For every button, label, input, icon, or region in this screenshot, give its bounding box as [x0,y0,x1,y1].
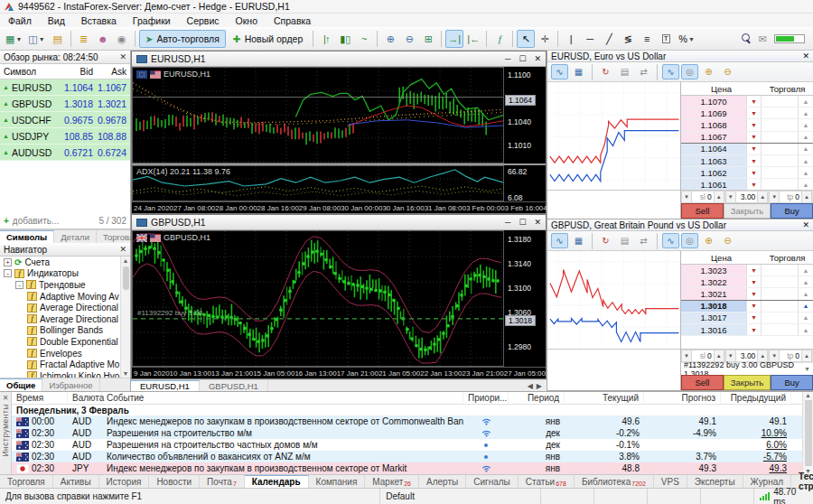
sell-at-price-button[interactable]: ▼ [746,119,762,130]
close-button[interactable]: Закрыть [724,375,771,390]
dom-refresh-icon[interactable]: ↻ [597,64,614,79]
bid-row[interactable]: 1.3017▼▲ [681,313,813,324]
toolbox-tab-9[interactable]: Сигналы [466,475,519,488]
sell-at-price-button[interactable]: ▼ [746,107,762,118]
toolbox-tab-0[interactable]: Торговля [0,475,53,488]
dom-tick-chart-icon[interactable]: ∿ [662,64,679,79]
menu-5[interactable]: Окно [228,15,266,26]
buy-arrow-button[interactable]: ▲ [798,155,813,166]
gbpusd-main-plot[interactable]: GBPUSD,H1 #11392292 buy 3.00 [132,230,504,367]
close-icon[interactable]: ✕ [802,51,809,61]
close-icon[interactable]: ✕ [119,52,126,61]
bid-row[interactable]: 1.3018▼▲ [681,301,813,313]
tab-scroll-left-icon[interactable]: ◀ [528,382,533,390]
ask-row[interactable]: 1.3023▼▲ [681,265,813,276]
dom-chart-mode-icon[interactable]: ∿ [551,64,568,79]
menu-2[interactable]: Вставка [73,15,125,26]
close-icon[interactable]: ✕ [802,220,809,229]
menu-0[interactable]: Файл [0,15,40,26]
chat-icon[interactable]: ✉ [759,33,767,45]
tab-navigator-1[interactable]: Избранное [42,378,99,391]
menu-1[interactable]: Вид [40,15,73,26]
scroll-up-icon[interactable]: ▲ [123,257,129,264]
new-order-button[interactable]: ✚Новый ордер [227,30,309,48]
market-watch-add-row[interactable]: + добавить... 5 / 302 [0,213,130,229]
toolbox-tab-6[interactable]: Компания [309,475,366,488]
data-window-button[interactable]: ▤ [49,30,67,48]
chart-tab-0[interactable]: EURUSD,H1 [131,380,200,391]
buy-arrow-button[interactable]: ▲ [798,324,813,335]
calendar-event-row[interactable]: 02:30AUDРазрешения на строительство м/мд… [12,427,802,439]
tree-item-adaptive-moving-av[interactable]: fAdaptive Moving Av [0,291,130,303]
buy-arrow-button[interactable]: ▲ [798,276,813,287]
tab-market-watch-0[interactable]: Символы [0,230,54,243]
minimize-icon[interactable]: ─ [505,218,510,227]
autoscroll-button[interactable]: →| [445,30,463,48]
tab-scroll-right-icon[interactable]: ▶ [537,382,542,390]
ask-row[interactable]: 1.1070▼▲ [681,96,813,107]
sell-button[interactable]: Sell [681,203,724,219]
toolbox-tab-10[interactable]: Статьи678 [519,475,575,488]
dom-panel-title[interactable]: GBPUSD, Great Britain Pound vs US Dollar… [547,219,813,231]
toolbox-tab-8[interactable]: Алерты [419,475,466,488]
sell-at-price-button[interactable]: ▼ [746,167,762,178]
dom-depth-icon[interactable]: ▤ [616,233,633,248]
bid-row[interactable]: 1.1063▼▲ [681,155,813,167]
tree-item-average-directional[interactable]: fAverage Directional [0,302,130,313]
market-watch-row[interactable]: ▲USDJPY108.85108.88 [0,128,130,145]
collapse-icon[interactable]: - [4,269,12,277]
sell-at-price-button[interactable]: ▼ [746,324,762,335]
buy-button[interactable]: Buy [771,203,813,219]
stepper-up-icon[interactable]: ▲ [714,191,724,203]
menu-3[interactable]: Графики [125,15,179,26]
vline-button[interactable]: | [562,30,580,48]
tab-navigator-0[interactable]: Общие [0,378,42,391]
toolbox-tab-1[interactable]: Активы [53,475,99,488]
chart-tab-1[interactable]: GBPUSD,H1 [200,380,268,391]
menu-6[interactable]: Справка [266,15,319,26]
search-icon[interactable] [741,33,752,44]
dom-transfer-icon[interactable]: ⇄ [635,64,652,79]
buy-button[interactable]: Buy [771,375,813,390]
dom-zoom-in-icon[interactable]: ⊕ [700,233,717,248]
cursor-button[interactable]: ↖ [517,30,535,48]
buy-arrow-button[interactable]: ▲ [798,119,813,130]
buy-arrow-button[interactable]: ▲ [798,179,813,190]
market-watch-row[interactable]: ▲USDCHF0.96750.9678 [0,112,130,128]
crosshair-button[interactable]: ✛ [536,30,554,48]
status-profile[interactable]: Default [380,489,541,504]
ask-row[interactable]: 1.3021▼▲ [681,288,813,300]
buy-arrow-button[interactable]: ▲ [798,313,813,323]
ask-row[interactable]: 1.1068▼▲ [681,119,813,131]
sell-at-price-button[interactable]: ▼ [746,155,762,166]
buy-arrow-button[interactable]: ▲ [798,265,813,275]
scroll-thumb[interactable] [123,266,129,290]
market-watch-row[interactable]: ▲EURUSD1.10641.1067 [0,79,130,96]
toolbox-tab-7[interactable]: Маркет26 [365,475,419,488]
toolbox-tab-5[interactable]: Календарь [245,475,309,488]
indicators-button[interactable]: f [491,30,509,48]
bid-row[interactable]: 1.1064▼▲ [681,144,813,155]
market-watch-row[interactable]: ▲GBPUSD1.30181.3021 [0,96,130,112]
stepper-up-icon[interactable]: ▲ [801,191,812,203]
toolbox-tab-13[interactable]: Эксперты [687,475,743,488]
signals-button[interactable]: ◉ [113,30,131,48]
tile-windows-button[interactable]: ⊞ [419,30,437,48]
calendar-scrollbar[interactable]: ▲ ▼ [802,392,813,474]
dom-panel-title[interactable]: EURUSD, Euro vs US Dollar✕ [547,51,813,62]
scroll-thumb[interactable] [805,400,812,466]
stepper-down-icon[interactable]: ▼ [681,191,692,203]
tree-item-счета[interactable]: +⟳Счета [0,257,130,268]
buy-arrow-button[interactable]: ▲ [798,167,813,178]
tree-item-индикаторы[interactable]: -fИндикаторы [0,268,130,280]
dom-table-mode-icon[interactable]: ▦ [570,233,587,248]
maximize-icon[interactable]: ☐ [519,218,526,227]
maximize-icon[interactable]: ☐ [519,54,526,63]
buy-arrow-button[interactable]: ▲ [798,107,813,118]
toolbox-tab-11[interactable]: Библиотека7202 [575,475,654,488]
new-chart-button[interactable]: ▦▼ [3,30,24,48]
calendar-event-row[interactable]: 02:30JPYИндекс менеджеров по закупкам в … [12,462,802,474]
chart-shift-button[interactable]: |← [464,30,482,48]
tree-item-double-exponential[interactable]: fDouble Exponential [0,336,130,348]
dom-zoom-out-icon[interactable]: ⊖ [719,233,736,248]
